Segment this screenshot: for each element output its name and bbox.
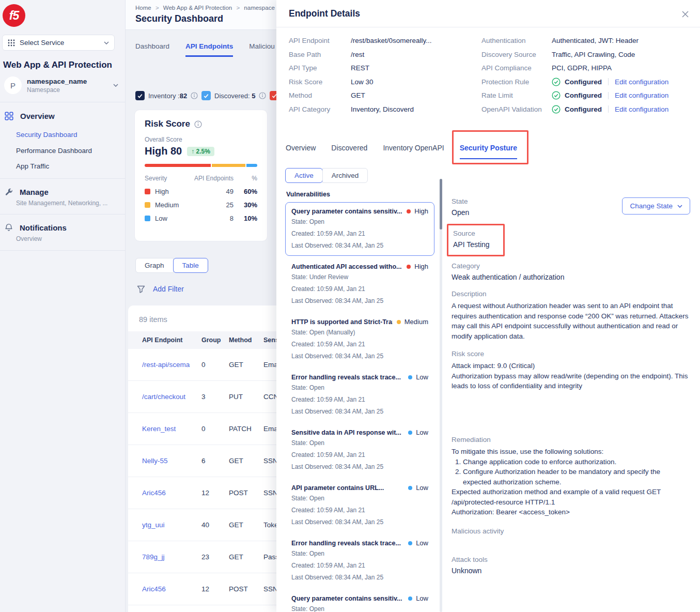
tab-inventory-openapi[interactable]: Inventory OpenAPI bbox=[383, 144, 444, 159]
field-value: /rest/basket/0somereally... bbox=[351, 37, 432, 44]
archived-filter-button[interactable]: Archived bbox=[322, 168, 368, 183]
vulnerability-item[interactable]: Error handling reveals stack trace... Lo… bbox=[285, 368, 434, 422]
edit-configuration-link[interactable]: Edit configuration bbox=[615, 91, 668, 99]
field-value: /rest bbox=[351, 51, 364, 58]
sidebar-item-security-dashboard[interactable]: Security Dashboard bbox=[16, 131, 77, 139]
legend-pct: 30% bbox=[234, 201, 257, 209]
vulnerability-item[interactable]: API parameter contains URL... Low State:… bbox=[285, 479, 434, 532]
sidebar-item-performance-dashboard[interactable]: Performance Dashboard bbox=[16, 147, 92, 155]
table-header: API Endpoint Group Method Sensi bbox=[128, 331, 276, 349]
vulnerability-item[interactable]: Sensitive data in API response wit... Lo… bbox=[285, 423, 434, 477]
cell-method: GET bbox=[229, 361, 263, 369]
edit-configuration-link[interactable]: Edit configuration bbox=[615, 105, 668, 113]
endpoint-link[interactable]: ytg_uui bbox=[142, 521, 165, 529]
col-sensitive[interactable]: Sensi bbox=[263, 336, 276, 344]
cell-sensitive: Pass bbox=[263, 553, 276, 561]
endpoint-link[interactable]: Nelly-55 bbox=[142, 457, 168, 465]
vuln-created: Created: 10:59 AM, Jan 21 bbox=[291, 560, 428, 571]
cell-group: 12 bbox=[201, 489, 229, 497]
tab-overview[interactable]: Overview bbox=[286, 144, 316, 159]
severity-label: High bbox=[414, 263, 428, 270]
endpoint-link[interactable]: /rest-api/scema bbox=[142, 361, 190, 369]
shadow-checkbox[interactable] bbox=[270, 91, 276, 100]
vulnerability-item[interactable]: Authenticated API accessed witho... High… bbox=[285, 257, 434, 311]
legend-header-severity: Severity bbox=[145, 175, 192, 182]
col-api-endpoint[interactable]: API Endpoint bbox=[128, 336, 201, 344]
endpoint-link[interactable]: /cart/checkout bbox=[142, 393, 185, 401]
table-view-button[interactable]: Table bbox=[173, 258, 208, 273]
breadcrumb-product[interactable]: Web App & API Protection bbox=[163, 5, 232, 11]
bell-icon bbox=[5, 223, 13, 232]
endpoint-link[interactable]: Keren_test bbox=[142, 425, 176, 433]
graph-view-button[interactable]: Graph bbox=[135, 258, 174, 273]
manage-label: Manage bbox=[20, 188, 49, 196]
breadcrumb-home[interactable]: Home bbox=[135, 5, 151, 11]
vulnerability-item[interactable]: Query parameter contains sensitiv... Low… bbox=[285, 589, 434, 612]
bar-segment-high bbox=[145, 164, 211, 167]
vuln-created: Created: 10:59 AM, Jan 21 bbox=[291, 450, 428, 460]
cell-method: POST bbox=[229, 585, 263, 593]
severity-dot-icon bbox=[408, 431, 412, 435]
table-row: ytg_uui 40 GET Toke bbox=[128, 509, 276, 541]
info-icon[interactable] bbox=[259, 92, 266, 99]
breadcrumb-namespace[interactable]: namespace bbox=[244, 5, 274, 11]
severity-label: Low bbox=[416, 484, 428, 492]
namespace-type: Namespace bbox=[27, 86, 87, 94]
wrench-icon bbox=[5, 188, 13, 196]
severity-dot-icon bbox=[407, 265, 411, 269]
field-label: API Endpoint bbox=[289, 37, 351, 44]
field-label: OpenAPI Validation bbox=[481, 105, 552, 113]
table-row: Aric456 12 POST SSN bbox=[128, 573, 276, 605]
inventory-checkbox[interactable] bbox=[135, 91, 145, 100]
severity-dot-icon bbox=[397, 320, 401, 324]
panel-title: Endpoint Details bbox=[289, 8, 360, 19]
col-method[interactable]: Method bbox=[229, 336, 263, 344]
active-filter-button[interactable]: Active bbox=[285, 168, 323, 183]
change-state-button[interactable]: Change State bbox=[622, 197, 690, 215]
breadcrumb: Home > Web App & API Protection > namesp… bbox=[135, 5, 275, 11]
severity-dot-icon bbox=[408, 596, 412, 601]
vulnerability-item[interactable]: HTTP is supported and Strict-Tran... Med… bbox=[285, 313, 434, 366]
info-icon[interactable] bbox=[191, 92, 198, 99]
severity-distribution-bar bbox=[145, 164, 257, 167]
tab-api-endpoints[interactable]: API Endpoints bbox=[185, 42, 233, 57]
discovered-checkbox[interactable] bbox=[201, 91, 211, 100]
cell-method: GET bbox=[229, 521, 263, 529]
endpoint-link[interactable]: Aric456 bbox=[142, 585, 166, 593]
tab-dashboard[interactable]: Dashboard bbox=[135, 42, 169, 57]
table-row: Aric456 12 POST SSN bbox=[128, 477, 276, 509]
tab-discovered[interactable]: Discovered bbox=[331, 144, 367, 159]
scrollbar-thumb[interactable] bbox=[440, 179, 442, 230]
scrollbar-track[interactable] bbox=[440, 179, 442, 612]
namespace-selector[interactable]: P namespace_name Namespace bbox=[4, 76, 121, 94]
sidebar-section-manage[interactable]: Manage bbox=[5, 188, 49, 196]
field-value: Authenticated, JWT: Header bbox=[552, 37, 639, 44]
vulnerability-item[interactable]: Error handling reveals stack trace... Lo… bbox=[285, 534, 434, 588]
legend-header: Severity API Endpoints % bbox=[145, 175, 257, 182]
info-icon[interactable] bbox=[194, 120, 202, 128]
field-label: Method bbox=[289, 91, 351, 99]
remediation-label: Remediation bbox=[452, 436, 690, 443]
close-button[interactable] bbox=[679, 8, 691, 20]
vuln-observed: Last Observed: 08:34 AM, Jan 25 bbox=[291, 296, 428, 306]
sidebar-item-app-traffic[interactable]: App Traffic bbox=[16, 162, 49, 170]
severity-label: Medium bbox=[405, 318, 428, 326]
sidebar: f5 Select Service Web App & API Protecti… bbox=[0, 0, 126, 612]
field-label: API Compliance bbox=[481, 64, 552, 72]
sidebar-section-overview[interactable]: Overview bbox=[5, 112, 55, 120]
edit-configuration-link[interactable]: Edit configuration bbox=[615, 78, 668, 86]
col-group[interactable]: Group bbox=[201, 336, 229, 344]
vuln-state: State: Open bbox=[291, 548, 428, 559]
legend-name: Medium bbox=[155, 201, 179, 209]
check-circle-icon bbox=[552, 105, 561, 114]
vulnerability-item[interactable]: Query parameter contains sensitiv... Hig… bbox=[285, 202, 434, 256]
sidebar-section-notifications[interactable]: Notifications bbox=[5, 223, 67, 232]
vuln-state: State: Open bbox=[291, 382, 428, 393]
divider bbox=[0, 102, 126, 102]
endpoint-link[interactable]: 789g_jj bbox=[142, 553, 165, 561]
select-service-button[interactable]: Select Service bbox=[2, 35, 115, 51]
tab-malicious[interactable]: Maliciou bbox=[249, 42, 275, 57]
table-row: 789g_jj 23 GET Pass bbox=[128, 541, 276, 573]
add-filter-button[interactable]: Add Filter bbox=[137, 285, 184, 293]
endpoint-link[interactable]: Aric456 bbox=[142, 489, 166, 497]
